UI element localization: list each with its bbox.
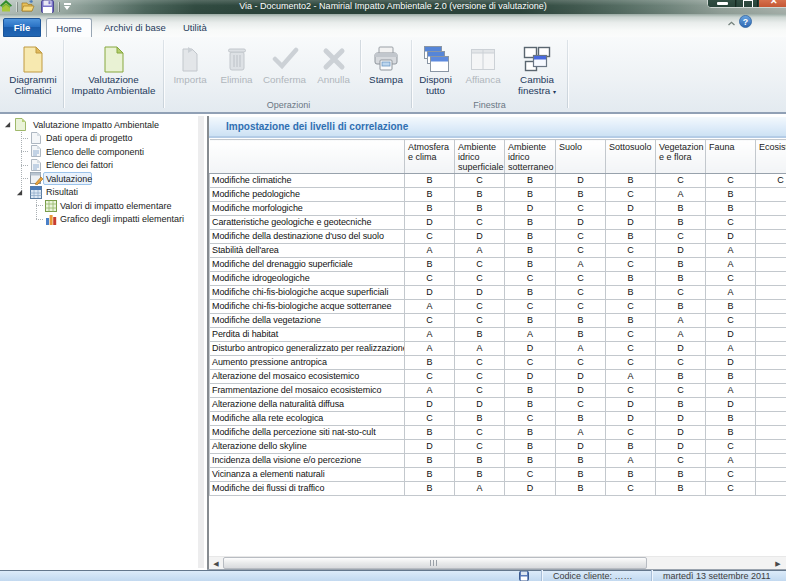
svg-text:?: ? (743, 17, 748, 27)
